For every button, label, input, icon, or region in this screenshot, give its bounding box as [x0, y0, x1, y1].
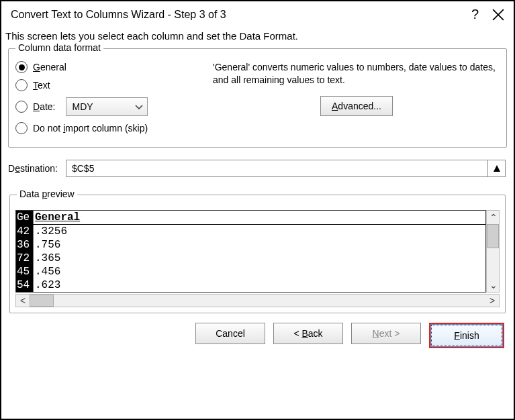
- cancel-button[interactable]: Cancel: [195, 323, 265, 344]
- destination-row: Destination:: [1, 156, 514, 189]
- general-hint: 'General' converts numeric values to num…: [213, 61, 500, 87]
- dialog-title: Convert Text to Columns Wizard - Step 3 …: [11, 9, 226, 21]
- radio-label: General: [33, 62, 66, 72]
- close-icon[interactable]: [492, 9, 504, 21]
- preview-row[interactable]: 42.3256: [16, 225, 485, 238]
- radio-icon[interactable]: [15, 101, 28, 113]
- titlebar-controls: ?: [471, 7, 504, 22]
- horizontal-scrollbar[interactable]: < >: [15, 294, 500, 307]
- radio-label: Text: [33, 80, 50, 91]
- preview-table[interactable]: Ge General 42.325636.75672.36545.45654.6…: [15, 210, 486, 293]
- radio-label: Date:: [33, 101, 55, 112]
- preview-header-col2: General: [34, 211, 485, 224]
- destination-label: Destination:: [8, 163, 58, 174]
- data-preview-group: Data preview Ge General 42.325636.75672.…: [9, 195, 506, 313]
- vertical-scrollbar[interactable]: ⌃ ⌄: [486, 210, 500, 293]
- radio-group: General Text Date: MDY Do not import: [15, 61, 201, 140]
- radio-label: Do not import column (skip): [33, 123, 148, 134]
- scroll-up-icon[interactable]: ⌃: [487, 211, 500, 224]
- preview-row[interactable]: 36.756: [16, 238, 485, 252]
- next-button[interactable]: Next >: [351, 323, 421, 344]
- preview-row[interactable]: 54.623: [16, 278, 485, 292]
- column-data-format-group: Column data format General Text Date: MD…: [8, 48, 507, 148]
- destination-input[interactable]: [66, 160, 487, 176]
- advanced-button[interactable]: Advanced...: [320, 96, 393, 116]
- date-format-dropdown[interactable]: MDY: [66, 97, 148, 116]
- radio-general[interactable]: General: [15, 61, 201, 73]
- dropdown-value: MDY: [72, 101, 93, 112]
- wizard-dialog: Convert Text to Columns Wizard - Step 3 …: [0, 0, 515, 420]
- destination-field-wrap: [66, 160, 506, 177]
- scroll-right-icon[interactable]: >: [485, 294, 499, 307]
- radio-icon[interactable]: [15, 61, 28, 73]
- radio-icon[interactable]: [15, 79, 28, 91]
- preview-legend: Data preview: [17, 189, 77, 199]
- chevron-down-icon: [135, 101, 143, 112]
- dialog-button-row: Cancel < Back Next > Finish: [1, 320, 514, 355]
- radio-skip[interactable]: Do not import column (skip): [15, 122, 201, 134]
- svg-marker-2: [494, 165, 500, 172]
- scroll-down-icon[interactable]: ⌄: [487, 278, 500, 292]
- titlebar: Convert Text to Columns Wizard - Step 3 …: [1, 1, 514, 28]
- preview-header-col1: Ge: [16, 211, 34, 224]
- scroll-left-icon[interactable]: <: [16, 294, 30, 307]
- finish-highlight: Finish: [429, 323, 504, 348]
- help-icon[interactable]: ?: [471, 7, 479, 22]
- radio-date[interactable]: Date: MDY: [15, 97, 201, 116]
- group-legend: Column data format: [15, 42, 103, 53]
- preview-row[interactable]: 45.456: [16, 265, 485, 278]
- radio-icon[interactable]: [15, 122, 28, 134]
- hint-column: 'General' converts numeric values to num…: [213, 61, 500, 140]
- range-picker-icon[interactable]: [487, 160, 505, 176]
- finish-button[interactable]: Finish: [431, 325, 502, 346]
- hscroll-thumb[interactable]: [30, 295, 54, 307]
- vscroll-thumb[interactable]: [487, 224, 499, 248]
- preview-header-row: Ge General: [16, 211, 485, 225]
- preview-row[interactable]: 72.365: [16, 252, 485, 265]
- back-button[interactable]: < Back: [273, 323, 343, 344]
- radio-text[interactable]: Text: [15, 79, 201, 91]
